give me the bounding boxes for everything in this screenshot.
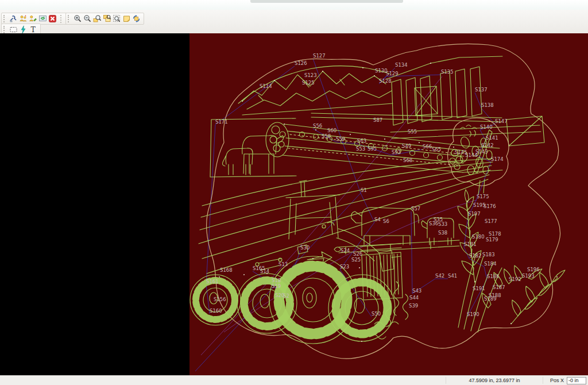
edit-part-icon: [29, 14, 37, 23]
svg-text:S145: S145: [455, 149, 467, 155]
add-part-button[interactable]: [18, 14, 28, 24]
svg-text:S174: S174: [491, 156, 504, 162]
zoom-extents-icon: [113, 14, 121, 23]
svg-text:S87: S87: [373, 117, 382, 123]
svg-text:S160: S160: [210, 308, 222, 314]
svg-text:S55: S55: [408, 129, 417, 134]
drawing-canvas[interactable]: S127S126S114S123S125S130S129S128S134S135…: [189, 33, 588, 376]
svg-text:S58: S58: [322, 133, 331, 139]
zoom-in-button[interactable]: [73, 14, 83, 24]
svg-text:S196: S196: [527, 267, 540, 272]
svg-text:S26: S26: [353, 251, 362, 257]
svg-text:S138: S138: [481, 102, 494, 108]
svg-text:S183: S183: [482, 252, 495, 257]
zoom-out-icon: [83, 14, 92, 23]
zoom-extents-button[interactable]: [112, 14, 122, 24]
svg-text:S177: S177: [485, 218, 497, 224]
sheet[interactable]: S127S126S114S123S125S130S129S128S134S135…: [189, 33, 588, 376]
view-sheet-button[interactable]: [122, 14, 131, 24]
svg-text:S65: S65: [432, 147, 441, 152]
svg-text:S49: S49: [402, 143, 411, 149]
svg-text:S181: S181: [464, 241, 477, 247]
svg-text:S137: S137: [475, 87, 488, 93]
svg-text:S43: S43: [412, 288, 421, 294]
window-drag-handle: [250, 0, 403, 3]
svg-text:S156: S156: [214, 297, 226, 302]
svg-text:S147: S147: [495, 118, 508, 124]
status-bar: 47.5909 in, 23.6977 in Pos X -0 in: [0, 375, 588, 385]
svg-text:S193: S193: [522, 273, 535, 279]
svg-text:S171: S171: [215, 119, 228, 125]
svg-text:S134: S134: [395, 62, 408, 68]
zoom-window-icon: [93, 14, 102, 23]
svg-text:S19: S19: [272, 283, 281, 289]
toolbar-gripper[interactable]: [3, 15, 6, 22]
svg-text:S192: S192: [509, 276, 521, 282]
svg-text:S66: S66: [423, 144, 432, 149]
svg-text:S53: S53: [356, 146, 365, 152]
svg-text:S141: S141: [486, 135, 498, 141]
svg-text:S168: S168: [220, 267, 233, 273]
svg-text:S197: S197: [468, 211, 481, 217]
svg-text:S1: S1: [361, 187, 367, 193]
svg-text:S42: S42: [435, 273, 444, 279]
svg-text:S135: S135: [441, 69, 454, 75]
svg-text:S13: S13: [278, 261, 288, 267]
import-part-button[interactable]: [9, 14, 18, 24]
svg-text:S39: S39: [409, 303, 418, 309]
add-part-icon: [19, 14, 28, 23]
svg-text:S33: S33: [438, 221, 447, 227]
svg-text:S187: S187: [493, 284, 505, 290]
pan-view-button[interactable]: [131, 14, 141, 24]
svg-text:S180: S180: [472, 234, 485, 240]
svg-text:S140: S140: [480, 124, 493, 130]
svg-text:S36: S36: [429, 221, 438, 226]
svg-text:S2: S2: [283, 293, 289, 299]
svg-text:S186: S186: [487, 274, 500, 279]
svg-text:S57: S57: [411, 206, 420, 211]
pos-x-field[interactable]: -0 in: [567, 377, 586, 384]
svg-text:S184: S184: [484, 261, 497, 267]
lightning-icon: [19, 25, 28, 34]
svg-text:S129: S129: [386, 71, 399, 76]
svg-text:S95: S95: [368, 146, 377, 152]
svg-text:S179: S179: [486, 237, 498, 242]
svg-text:S191: S191: [473, 286, 485, 291]
svg-text:S6: S6: [383, 218, 389, 224]
refresh-part-icon: [38, 14, 47, 23]
svg-text:T: T: [30, 25, 36, 34]
svg-text:S63: S63: [357, 138, 366, 144]
svg-text:S182: S182: [469, 253, 482, 259]
svg-text:S189: S189: [484, 296, 497, 302]
zoom-window-button[interactable]: [92, 14, 102, 24]
refresh-part-button[interactable]: [38, 14, 48, 24]
svg-text:S25: S25: [351, 257, 361, 263]
svg-text:S190: S190: [467, 311, 479, 317]
svg-text:S142: S142: [481, 143, 494, 148]
zoom-all-button[interactable]: [102, 14, 112, 24]
svg-text:S114: S114: [260, 83, 272, 89]
marquee-select-icon: [9, 25, 18, 34]
field-swaths: [199, 159, 493, 274]
edit-part-button[interactable]: [28, 14, 38, 24]
svg-text:S175: S175: [477, 194, 489, 199]
svg-text:S38: S38: [438, 230, 447, 236]
text-tool-icon: T: [29, 25, 37, 34]
zoom-out-button[interactable]: [83, 14, 92, 24]
cursor-position-readout: 47.5909 in, 23.6977 in: [446, 377, 543, 384]
toolbar-gripper[interactable]: [68, 15, 71, 22]
svg-text:S59: S59: [336, 136, 345, 142]
toolbar-gripper[interactable]: [3, 26, 6, 33]
toolbar: T: [0, 10, 588, 34]
svg-text:S127: S127: [313, 53, 326, 59]
svg-text:S23: S23: [340, 264, 349, 270]
part-labels: S127S126S114S123S125S130S129S128S134S135…: [206, 53, 540, 317]
svg-text:S18: S18: [272, 278, 281, 283]
zoom-in-icon: [74, 14, 82, 23]
workspace[interactable]: S127S126S114S123S125S130S129S128S134S135…: [0, 33, 588, 376]
pos-x-group: Pos X -0 in: [543, 377, 588, 384]
import-part-icon: [9, 14, 18, 23]
delete-part-button[interactable]: [48, 14, 57, 24]
svg-text:S4: S4: [374, 217, 381, 222]
zoom-all-icon: [103, 14, 111, 23]
